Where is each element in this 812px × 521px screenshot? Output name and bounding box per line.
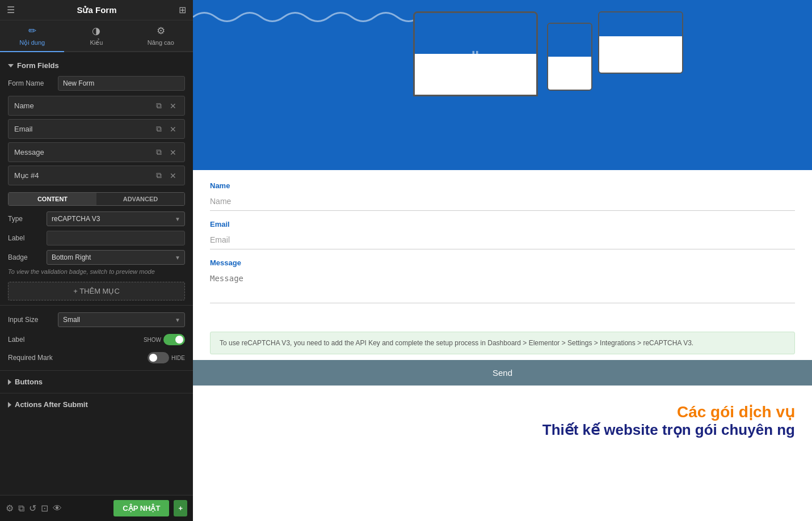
required-mark-toggle-switch[interactable] — [148, 352, 169, 363]
layers-icon[interactable]: ⧉ — [18, 503, 24, 514]
send-btn-preview[interactable]: Send — [193, 360, 812, 386]
update-split-btn[interactable]: + — [174, 500, 187, 516]
tab-nang-cao[interactable]: ⚙ Nâng cao — [129, 20, 193, 52]
delete-name-btn[interactable] — [167, 100, 179, 112]
buttons-label: Buttons — [15, 378, 43, 386]
actions-section-header[interactable]: Actions After Submit — [0, 397, 193, 412]
tab-kieu-icon: ◑ — [92, 25, 100, 37]
field-email-label: Email — [14, 125, 150, 133]
responsive-icon[interactable]: ⊡ — [41, 503, 48, 514]
preview-hero: ▐ ▌ — [193, 0, 812, 170]
delete-email-btn[interactable] — [167, 124, 179, 135]
delete-muc4-btn[interactable] — [167, 170, 179, 181]
form-field-message-textarea[interactable] — [210, 269, 795, 303]
field-item-name: Name — [8, 96, 185, 116]
history-icon[interactable]: ↺ — [29, 503, 36, 514]
form-fields-label: Form Fields — [17, 61, 59, 70]
buttons-section-header[interactable]: Buttons — [0, 374, 193, 389]
label-field-label: Label — [8, 234, 42, 242]
right-panel: ▐ ▌ Name Email Message To use reCAPT — [193, 0, 812, 521]
field-name-label: Name — [14, 101, 150, 110]
divider-2 — [0, 370, 193, 371]
form-field-name-preview: Name — [210, 181, 795, 211]
field-list: Name Email Message Mục #4 — [0, 94, 193, 188]
type-select[interactable]: reCAPTCHA V3 reCAPTCHA V2 — [47, 211, 185, 226]
type-select-wrapper: reCAPTCHA V3 reCAPTCHA V2 ▼ — [47, 211, 185, 226]
type-label: Type — [8, 215, 42, 223]
form-field-message-preview: Message — [210, 259, 795, 306]
recaptcha-notice: To use reCAPTCHA V3, you need to add the… — [210, 332, 795, 354]
advanced-tab[interactable]: ADVANCED — [96, 193, 184, 205]
label-input[interactable] — [47, 231, 185, 245]
input-size-select[interactable]: Small Medium Large — [58, 312, 185, 327]
badge-select[interactable]: Bottom Right Bottom Left Inline — [47, 250, 185, 265]
form-fields-section-header[interactable]: Form Fields — [0, 58, 193, 73]
required-mark-hide-text: HIDE — [171, 355, 185, 361]
form-field-email-input[interactable] — [210, 231, 795, 249]
actions-chevron-icon — [8, 402, 11, 408]
field-item-message: Message — [8, 142, 185, 162]
field-settings: Type reCAPTCHA V3 reCAPTCHA V2 ▼ Label B… — [0, 208, 193, 268]
tab-kieu-label: Kiểu — [90, 39, 103, 46]
panel-body: Form Fields Form Name Name Email Message — [0, 52, 193, 495]
laptop-device: ▐ ▌ — [413, 11, 538, 96]
field-muc4-label: Mục #4 — [14, 171, 150, 180]
bottom-bar: ⚙ ⧉ ↺ ⊡ 👁 CẬP NHẬT + — [0, 495, 193, 521]
copy-muc4-btn[interactable] — [154, 170, 164, 181]
services-title-orange: Các gói dịch vụ — [210, 403, 795, 421]
tablet-screen — [599, 12, 682, 73]
copy-message-btn[interactable] — [154, 146, 164, 158]
badge-select-wrapper: Bottom Right Bottom Left Inline ▼ — [47, 250, 185, 265]
form-field-email-preview: Email — [210, 220, 795, 249]
collapse-chevron-icon — [8, 64, 14, 67]
tab-nang-cao-label: Nâng cao — [148, 39, 174, 46]
input-size-select-wrapper: Small Medium Large ▼ — [58, 312, 185, 327]
form-name-input[interactable] — [58, 76, 185, 91]
tab-noi-dung-icon: ✏ — [28, 25, 36, 37]
preview-icon[interactable]: 👁 — [53, 503, 62, 514]
form-name-row: Form Name — [0, 73, 193, 94]
type-row: Type reCAPTCHA V3 reCAPTCHA V2 ▼ — [8, 211, 185, 226]
input-size-label: Input Size — [8, 316, 53, 324]
wave-decoration — [193, 6, 420, 28]
field-item-muc4: Mục #4 — [8, 166, 185, 185]
panel-header: ☰ Sửa Form ⊞ — [0, 0, 193, 20]
tab-nang-cao-icon: ⚙ — [157, 25, 165, 37]
update-btn[interactable]: CẬP NHẬT — [113, 500, 169, 516]
label-show-text: SHOW — [144, 337, 161, 343]
divider-3 — [0, 393, 193, 393]
panel-title: Sửa Form — [77, 5, 116, 15]
field-message-label: Message — [14, 148, 150, 156]
tab-noi-dung-label: Nội dung — [19, 39, 45, 46]
required-mark-toggle: HIDE — [148, 352, 185, 363]
tab-kieu[interactable]: ◑ Kiểu — [64, 20, 128, 52]
settings-icon[interactable]: ⚙ — [6, 503, 14, 514]
actions-label: Actions After Submit — [15, 400, 88, 409]
delete-message-btn[interactable] — [167, 147, 179, 158]
label-row: Label — [8, 231, 185, 245]
services-section: Các gói dịch vụ Thiết kế website trọn gó… — [193, 386, 812, 456]
form-field-name-label: Name — [210, 181, 795, 190]
grid-icon-btn[interactable]: ⊞ — [179, 5, 186, 15]
add-item-label: + THÊM MỤC — [73, 287, 120, 295]
badge-row: Badge Bottom Right Bottom Left Inline ▼ — [8, 250, 185, 265]
tablet-device — [598, 11, 683, 74]
required-mark-label: Required Mark — [8, 354, 143, 362]
left-panel: ☰ Sửa Form ⊞ ✏ Nội dung ◑ Kiểu ⚙ Nâng ca… — [0, 0, 193, 521]
field-item-email: Email — [8, 119, 185, 139]
copy-name-btn[interactable] — [154, 100, 164, 112]
form-field-message-label: Message — [210, 259, 795, 267]
tab-noi-dung[interactable]: ✏ Nội dung — [0, 20, 64, 52]
form-field-email-label: Email — [210, 220, 795, 228]
hamburger-icon-btn[interactable]: ☰ — [7, 5, 15, 15]
label-toggle-switch[interactable] — [163, 334, 185, 345]
input-size-row: Input Size Small Medium Large ▼ — [0, 309, 193, 331]
add-item-btn[interactable]: + THÊM MỤC — [8, 282, 185, 300]
buttons-chevron-icon — [8, 379, 11, 385]
phone-device — [547, 23, 592, 91]
recaptcha-notice-text: To use reCAPTCHA V3, you need to add the… — [220, 339, 693, 347]
label-toggle-label: Label — [8, 336, 139, 344]
content-tab[interactable]: CONTENT — [9, 193, 96, 205]
copy-email-btn[interactable] — [154, 123, 164, 135]
form-field-name-input[interactable] — [210, 192, 795, 211]
